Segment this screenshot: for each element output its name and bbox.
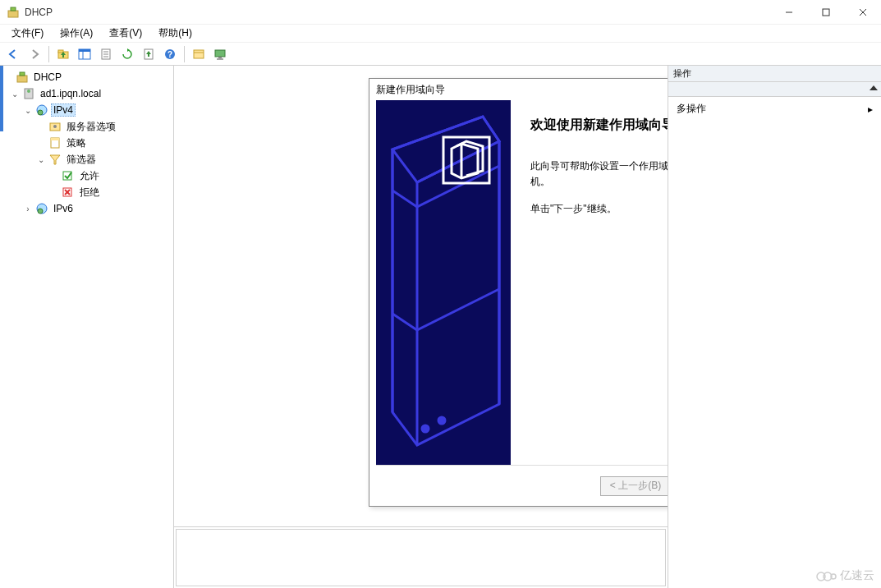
app-icon — [7, 6, 20, 19]
svg-point-26 — [27, 90, 30, 93]
svg-point-28 — [38, 110, 43, 115]
toolbar: ? — [0, 43, 881, 66]
actions-more-label: 多操作 — [677, 102, 706, 116]
chevron-right-icon: ▸ — [868, 103, 873, 115]
svg-rect-9 — [79, 49, 90, 52]
tree-ipv6[interactable]: › IPv6 — [0, 200, 173, 217]
toolbar-separator — [48, 46, 49, 62]
tree-label: IPv4 — [51, 103, 76, 117]
minimize-button[interactable] — [770, 0, 807, 25]
svg-rect-3 — [823, 9, 829, 16]
tree-deny[interactable]: 拒绝 — [0, 184, 173, 200]
window-title: DHCP — [25, 7, 770, 18]
up-button[interactable] — [53, 44, 73, 64]
close-button[interactable] — [844, 0, 881, 25]
svg-point-49 — [438, 417, 445, 424]
policy-icon — [48, 136, 62, 149]
watermark-text: 亿速云 — [840, 568, 874, 583]
toolbar-separator — [184, 46, 185, 62]
wizard-side-graphic — [376, 100, 511, 465]
wizard-back-button[interactable]: < 上一步(B) — [600, 476, 668, 496]
svg-rect-32 — [51, 138, 59, 140]
collapse-icon[interactable]: ⌄ — [10, 90, 20, 99]
tree-allow[interactable]: 允许 — [0, 168, 173, 184]
tree-server-options[interactable]: 服务器选项 — [0, 118, 173, 135]
wizard-body-2: 单击"下一步"继续。 — [530, 201, 668, 217]
monitor-button[interactable] — [210, 44, 230, 64]
back-button[interactable] — [3, 44, 23, 64]
options-icon — [48, 120, 62, 133]
tree-server[interactable]: ⌄ ad1.ipqn.local — [0, 85, 173, 102]
menu-action[interactable]: 操作(A) — [53, 25, 99, 42]
tree-label: 拒绝 — [77, 186, 102, 200]
svg-point-38 — [38, 209, 43, 214]
svg-rect-18 — [194, 50, 204, 58]
allow-icon — [62, 169, 75, 182]
filter-icon — [48, 153, 62, 166]
forward-button[interactable] — [25, 44, 44, 64]
svg-rect-7 — [58, 50, 63, 53]
svg-rect-20 — [215, 50, 225, 57]
tree-policy[interactable]: 策略 — [0, 135, 173, 151]
content-top: 新建作用域向导 — [174, 66, 668, 527]
content-body — [176, 529, 666, 586]
delete-button[interactable] — [96, 44, 116, 64]
window-titlebar: DHCP — [0, 0, 881, 25]
expand-icon[interactable]: › — [23, 204, 33, 214]
dhcp-icon — [16, 71, 29, 84]
export-button[interactable] — [139, 44, 158, 64]
tree-ipv4[interactable]: ⌄ IPv4 — [0, 102, 173, 118]
content-pane: 新建作用域向导 — [174, 66, 668, 588]
collapse-icon[interactable]: ⌄ — [23, 106, 33, 115]
help-button[interactable]: ? — [160, 44, 180, 64]
maximize-button[interactable] — [807, 0, 844, 25]
tree-label: ad1.ipqn.local — [38, 88, 103, 99]
menu-bar: 文件(F) 操作(A) 查看(V) 帮助(H) — [0, 25, 881, 43]
svg-rect-21 — [218, 57, 222, 58]
selection-stripe — [0, 66, 3, 131]
ipv6-icon — [35, 202, 48, 215]
svg-rect-24 — [20, 72, 25, 76]
actions-pane: 操作 多操作 ▸ — [668, 66, 881, 588]
tree-label: 策略 — [64, 136, 89, 150]
watermark: 亿速云 — [815, 568, 874, 583]
server-icon — [22, 87, 35, 100]
ipv4-icon — [35, 103, 48, 117]
menu-file[interactable]: 文件(F) — [5, 25, 50, 42]
wizard-body-1: 此向导可帮助你设置一个作用域，以便将 IP 地址分发给网络上的计算机。 — [530, 158, 668, 190]
wizard-title: 新建作用域向导 — [369, 79, 668, 100]
actions-more[interactable]: 多操作 ▸ — [668, 97, 881, 121]
tree-label: 筛选器 — [64, 153, 99, 167]
tree-label: DHCP — [31, 71, 64, 83]
wizard-heading: 欢迎使用新建作用域向导 — [530, 117, 668, 134]
wizard-button-row: < 上一步(B) 下一步(N) > 取消 — [376, 465, 668, 506]
actions-header: 操作 — [668, 66, 881, 82]
tree-label: 允许 — [77, 169, 102, 183]
wizard-content: 欢迎使用新建作用域向导 此向导可帮助你设置一个作用域，以便将 IP 地址分发给网… — [511, 100, 668, 465]
show-hide-button[interactable] — [75, 44, 94, 64]
svg-rect-23 — [17, 76, 27, 82]
actions-collapse[interactable] — [668, 82, 881, 97]
svg-rect-1 — [11, 7, 16, 11]
menu-view[interactable]: 查看(V) — [103, 25, 149, 42]
tree-pane: DHCP ⌄ ad1.ipqn.local ⌄ IPv4 服务器选项 策略 ⌄ … — [0, 66, 174, 588]
menu-help[interactable]: 帮助(H) — [152, 25, 199, 42]
tree-root-dhcp[interactable]: DHCP — [0, 69, 173, 85]
tree-label: 服务器选项 — [64, 120, 118, 134]
props-button[interactable] — [189, 44, 209, 64]
svg-point-48 — [422, 425, 429, 432]
tree-label: IPv6 — [51, 203, 76, 214]
svg-point-30 — [53, 125, 57, 128]
svg-rect-0 — [8, 11, 18, 17]
refresh-button[interactable] — [117, 44, 137, 64]
new-scope-wizard: 新建作用域向导 — [369, 78, 668, 507]
svg-text:?: ? — [167, 50, 172, 59]
collapse-icon[interactable]: ⌄ — [36, 155, 46, 164]
deny-icon — [62, 186, 75, 199]
tree-filters[interactable]: ⌄ 筛选器 — [0, 151, 173, 168]
